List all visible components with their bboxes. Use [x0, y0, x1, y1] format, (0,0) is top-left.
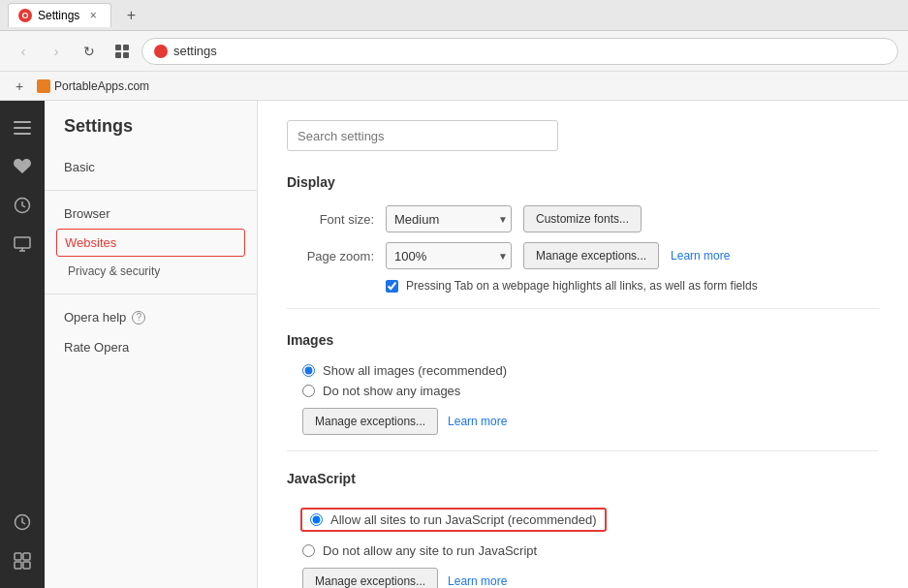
- font-size-select-wrapper: Medium Small Large Very Large ▼: [386, 205, 512, 232]
- svg-rect-4: [14, 121, 31, 123]
- opera-icon: [154, 45, 168, 58]
- bookmarks-bar: + PortableApps.com: [0, 72, 908, 101]
- sidebar-item-websites[interactable]: Websites: [56, 229, 245, 257]
- sidebar-icon-history[interactable]: [5, 188, 40, 223]
- allow-js-label: Allow all sites to run JavaScript (recom…: [330, 512, 597, 527]
- bookmark-favicon: [37, 79, 50, 93]
- sidebar-icon-menu[interactable]: [5, 110, 40, 145]
- svg-rect-13: [23, 562, 30, 569]
- new-tab-button[interactable]: +: [119, 4, 142, 27]
- svg-rect-0: [115, 45, 121, 50]
- font-size-label: Font size:: [287, 212, 374, 227]
- grid-button[interactable]: [109, 38, 136, 65]
- url-bar[interactable]: settings: [141, 38, 898, 65]
- js-learn-more-link[interactable]: Learn more: [448, 574, 507, 588]
- page-zoom-row: Page zoom: 100% 75% 90% 110% 125% 150% ▼…: [287, 242, 879, 269]
- section-divider-1: [287, 308, 879, 309]
- svg-rect-3: [123, 52, 129, 58]
- sidebar-item-basic[interactable]: Basic: [45, 152, 257, 182]
- content-area: Display Font size: Medium Small Large Ve…: [258, 101, 908, 588]
- manage-exceptions-js-button[interactable]: Manage exceptions...: [302, 568, 438, 588]
- page-zoom-select-wrapper: 100% 75% 90% 110% 125% 150% ▼: [386, 242, 512, 269]
- images-section: Images Show all images (recommended) Do …: [287, 332, 879, 435]
- tab-highlight-label: Pressing Tab on a webpage highlights all…: [406, 279, 758, 293]
- tab-highlight-row: Pressing Tab on a webpage highlights all…: [386, 279, 879, 293]
- display-learn-more-link[interactable]: Learn more: [671, 249, 730, 263]
- svg-rect-5: [14, 127, 31, 129]
- refresh-button[interactable]: ↻: [76, 38, 103, 65]
- svg-rect-12: [15, 562, 21, 569]
- title-bar: O Settings × +: [0, 0, 908, 31]
- tab-highlight-checkbox[interactable]: [386, 280, 398, 293]
- javascript-section: JavaScript Allow all sites to run JavaSc…: [287, 471, 879, 588]
- tab-favicon: O: [18, 9, 32, 22]
- show-all-images-row: Show all images (recommended): [287, 363, 879, 378]
- customize-fonts-button[interactable]: Customize fonts...: [523, 205, 642, 232]
- settings-title: Settings: [45, 116, 257, 152]
- main-layout: Settings Basic Browser Websites Privacy …: [0, 101, 908, 588]
- manage-exceptions-zoom-button[interactable]: Manage exceptions...: [523, 242, 659, 269]
- settings-tab[interactable]: O Settings ×: [8, 3, 111, 27]
- sidebar-icon-heart[interactable]: [5, 149, 40, 184]
- no-js-label: Do not allow any site to run JavaScript: [323, 543, 537, 558]
- sidebar-icon-monitor[interactable]: [5, 227, 40, 262]
- search-input[interactable]: [287, 120, 558, 151]
- settings-sidebar: Settings Basic Browser Websites Privacy …: [45, 101, 258, 588]
- allow-js-radio[interactable]: [310, 513, 323, 526]
- page-zoom-select[interactable]: 100% 75% 90% 110% 125% 150%: [386, 242, 512, 269]
- no-images-row: Do not show any images: [287, 384, 879, 398]
- images-learn-more-link[interactable]: Learn more: [448, 415, 507, 428]
- svg-rect-1: [123, 45, 129, 50]
- sidebar-item-rate-opera[interactable]: Rate Opera: [45, 332, 257, 362]
- tab-close-button[interactable]: ×: [85, 8, 101, 23]
- no-js-row: Do not allow any site to run JavaScript: [287, 543, 879, 558]
- tab-label: Settings: [38, 9, 79, 22]
- js-btn-row: Manage exceptions... Learn more: [287, 568, 879, 588]
- svg-rect-8: [15, 237, 30, 248]
- display-section-title: Display: [287, 174, 879, 190]
- images-btn-row: Manage exceptions... Learn more: [287, 408, 879, 435]
- add-bookmark-button[interactable]: +: [10, 77, 29, 96]
- allow-js-highlighted-box: Allow all sites to run JavaScript (recom…: [300, 508, 607, 532]
- no-images-label: Do not show any images: [323, 384, 460, 398]
- address-bar: ‹ › ↻ settings: [0, 31, 908, 72]
- sidebar-item-browser[interactable]: Browser: [45, 199, 257, 229]
- show-all-images-radio[interactable]: [302, 364, 315, 377]
- forward-button[interactable]: ›: [43, 38, 70, 65]
- sidebar-icon-puzzle[interactable]: [5, 543, 40, 578]
- portableapps-bookmark[interactable]: PortableApps.com: [37, 79, 149, 93]
- sidebar-item-privacy[interactable]: Privacy & security: [45, 257, 257, 286]
- manage-exceptions-images-button[interactable]: Manage exceptions...: [302, 408, 438, 435]
- no-js-radio[interactable]: [302, 544, 315, 557]
- bookmark-label: PortableApps.com: [54, 79, 149, 93]
- sidebar-item-opera-help[interactable]: Opera help ?: [45, 302, 257, 332]
- back-button[interactable]: ‹: [10, 38, 37, 65]
- svg-rect-10: [15, 553, 21, 560]
- images-section-title: Images: [287, 332, 879, 348]
- help-icon: ?: [132, 311, 145, 325]
- font-size-row: Font size: Medium Small Large Very Large…: [287, 205, 879, 232]
- svg-rect-11: [23, 553, 30, 560]
- javascript-section-title: JavaScript: [287, 471, 879, 486]
- sidebar-icon-clock[interactable]: [5, 505, 40, 540]
- icon-sidebar: [0, 101, 45, 588]
- no-images-radio[interactable]: [302, 385, 315, 397]
- svg-rect-6: [14, 133, 31, 135]
- font-size-select[interactable]: Medium Small Large Very Large: [386, 205, 512, 232]
- section-divider-2: [287, 450, 879, 451]
- url-text: settings: [173, 44, 217, 58]
- page-zoom-label: Page zoom:: [287, 249, 374, 263]
- show-all-images-label: Show all images (recommended): [323, 363, 507, 378]
- svg-rect-2: [115, 52, 121, 58]
